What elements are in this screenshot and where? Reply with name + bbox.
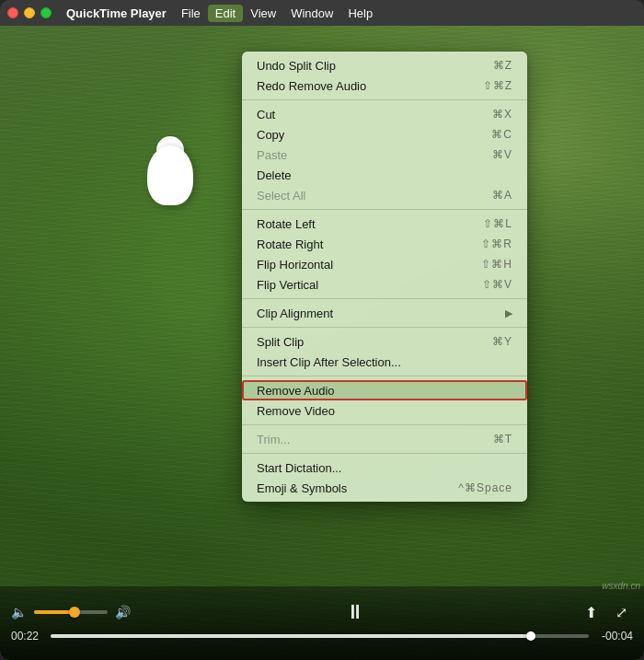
menu-label: Remove Video bbox=[257, 404, 512, 418]
menu-label: Emoji & Symbols bbox=[257, 481, 458, 495]
menu-label: Redo Remove Audio bbox=[257, 79, 483, 93]
menu-item-copy[interactable]: Copy ⌘C bbox=[242, 124, 527, 145]
view-menu[interactable]: View bbox=[243, 5, 283, 22]
volume-slider[interactable] bbox=[34, 610, 108, 614]
menu-item-clip-alignment[interactable]: Clip Alignment ▶ bbox=[242, 303, 527, 323]
menu-item-trim[interactable]: Trim... ⌘T bbox=[242, 429, 527, 449]
menu-label: Select All bbox=[257, 189, 492, 203]
menu-label: Delete bbox=[257, 168, 512, 182]
menu-label: Start Dictation... bbox=[257, 461, 512, 475]
menu-label: Insert Clip After Selection... bbox=[257, 355, 512, 369]
menu-item-flip-horizontal[interactable]: Flip Horizontal ⇧⌘H bbox=[242, 254, 527, 274]
menu-separator-7 bbox=[242, 453, 527, 454]
fullscreen-button[interactable]: ⤢ bbox=[610, 602, 633, 623]
menu-shortcut: ⌘X bbox=[492, 108, 512, 121]
menu-shortcut: ⇧⌘Z bbox=[483, 79, 512, 92]
menu-label: Copy bbox=[257, 128, 491, 142]
menu-label: Split Clip bbox=[257, 335, 492, 349]
menubar: QuickTime Player File Edit View Window H… bbox=[59, 5, 380, 22]
menu-label: Remove Audio bbox=[257, 384, 512, 398]
menu-label: Cut bbox=[257, 108, 492, 122]
menu-label: Rotate Left bbox=[257, 217, 483, 231]
menu-item-flip-vertical[interactable]: Flip Vertical ⇧⌘V bbox=[242, 274, 527, 295]
menu-separator-6 bbox=[242, 424, 527, 425]
menu-shortcut: ⇧⌘R bbox=[481, 237, 512, 250]
bird-body bbox=[147, 145, 193, 205]
share-button[interactable]: ⬆ bbox=[580, 602, 603, 623]
video-area: 🔈 🔊 ⏸ ⬆ ⤢ 00:22 -00:04 bbox=[0, 26, 644, 660]
menu-label: Flip Horizontal bbox=[257, 258, 481, 272]
menu-label: Paste bbox=[257, 148, 492, 162]
file-menu[interactable]: File bbox=[174, 5, 208, 22]
menu-item-paste[interactable]: Paste ⌘V bbox=[242, 145, 527, 165]
app-window: QuickTime Player File Edit View Window H… bbox=[0, 0, 644, 660]
menu-item-emoji-symbols[interactable]: Emoji & Symbols ^⌘Space bbox=[242, 478, 527, 498]
menu-item-delete[interactable]: Delete bbox=[242, 165, 527, 185]
menu-item-remove-audio[interactable]: Remove Audio bbox=[242, 380, 527, 400]
progress-fill bbox=[51, 634, 535, 638]
menu-shortcut: ⌘A bbox=[492, 189, 512, 202]
menu-shortcut: ⇧⌘V bbox=[482, 278, 512, 291]
menu-item-cut[interactable]: Cut ⌘X bbox=[242, 104, 527, 124]
menu-item-insert-clip[interactable]: Insert Clip After Selection... bbox=[242, 352, 527, 372]
menu-shortcut: ⌘Z bbox=[493, 59, 512, 72]
volume-thumb[interactable] bbox=[69, 607, 80, 618]
menu-shortcut: ⌘V bbox=[492, 148, 512, 161]
submenu-arrow-icon: ▶ bbox=[505, 307, 512, 319]
menu-label: Flip Vertical bbox=[257, 278, 482, 292]
menu-separator-3 bbox=[242, 298, 527, 299]
menu-separator-1 bbox=[242, 99, 527, 100]
window-menu[interactable]: Window bbox=[283, 5, 340, 22]
menu-shortcut: ⌘Y bbox=[492, 335, 512, 348]
app-menu[interactable]: QuickTime Player bbox=[59, 5, 174, 22]
menu-label: Undo Split Clip bbox=[257, 59, 493, 73]
maximize-button[interactable] bbox=[40, 7, 52, 18]
volume-max-icon: 🔊 bbox=[115, 605, 131, 619]
menu-label: Trim... bbox=[257, 433, 493, 446]
edit-menu[interactable]: Edit bbox=[208, 5, 243, 22]
watermark: wsxdn.cn bbox=[602, 581, 640, 591]
close-button[interactable] bbox=[7, 7, 18, 18]
menu-shortcut: ⌘T bbox=[493, 433, 512, 446]
progress-row: 00:22 -00:04 bbox=[11, 630, 633, 643]
menu-shortcut: ⇧⌘L bbox=[483, 217, 512, 230]
menu-item-rotate-left[interactable]: Rotate Left ⇧⌘L bbox=[242, 214, 527, 234]
menu-item-redo-remove-audio[interactable]: Redo Remove Audio ⇧⌘Z bbox=[242, 75, 527, 96]
menu-label: Clip Alignment bbox=[257, 307, 505, 320]
menu-item-remove-video[interactable]: Remove Video bbox=[242, 400, 527, 421]
bird-element bbox=[143, 136, 198, 210]
menu-shortcut: ⇧⌘H bbox=[481, 258, 512, 271]
menu-item-start-dictation[interactable]: Start Dictation... bbox=[242, 457, 527, 478]
help-menu[interactable]: Help bbox=[340, 5, 380, 22]
menu-separator-5 bbox=[242, 376, 527, 376]
menu-item-select-all[interactable]: Select All ⌘A bbox=[242, 185, 527, 205]
volume-min-icon: 🔈 bbox=[11, 605, 27, 619]
menu-item-undo-split-clip[interactable]: Undo Split Clip ⌘Z bbox=[242, 55, 527, 75]
controls-bar: 🔈 🔊 ⏸ ⬆ ⤢ 00:22 -00:04 bbox=[0, 591, 644, 660]
menu-label: Rotate Right bbox=[257, 237, 481, 251]
menu-shortcut: ^⌘Space bbox=[458, 481, 512, 494]
menu-separator-2 bbox=[242, 209, 527, 210]
time-remaining: -00:04 bbox=[596, 630, 633, 643]
play-pause-button[interactable]: ⏸ bbox=[339, 598, 371, 626]
minimize-button[interactable] bbox=[24, 7, 35, 18]
time-current: 00:22 bbox=[11, 630, 43, 643]
progress-thumb[interactable] bbox=[526, 631, 535, 641]
menu-shortcut: ⌘C bbox=[491, 128, 512, 141]
traffic-lights bbox=[7, 7, 52, 18]
menu-item-rotate-right[interactable]: Rotate Right ⇧⌘R bbox=[242, 234, 527, 254]
title-bar: QuickTime Player File Edit View Window H… bbox=[0, 0, 644, 26]
menu-item-split-clip[interactable]: Split Clip ⌘Y bbox=[242, 331, 527, 352]
menu-separator-4 bbox=[242, 327, 527, 328]
controls-top-row: 🔈 🔊 ⏸ ⬆ ⤢ bbox=[11, 598, 633, 626]
edit-dropdown-menu: Undo Split Clip ⌘Z Redo Remove Audio ⇧⌘Z… bbox=[242, 52, 527, 502]
progress-bar[interactable] bbox=[51, 634, 589, 638]
